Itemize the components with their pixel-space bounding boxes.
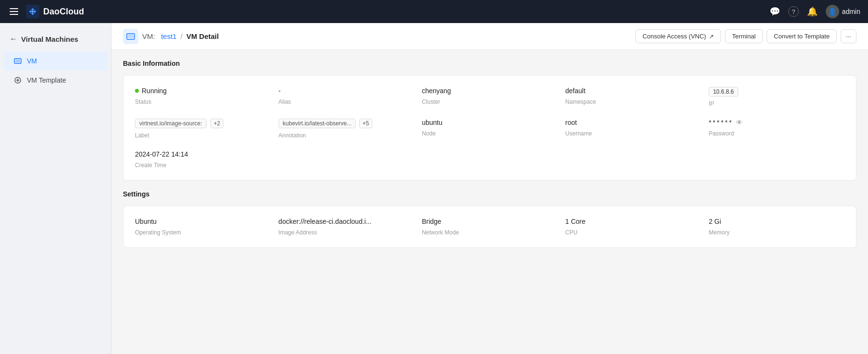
cluster-value: chenyang	[422, 87, 558, 95]
username-value: root	[565, 119, 701, 126]
create-time-field: 2024-07-22 14:14 Create Time	[135, 150, 844, 169]
basic-information-title: Basic Information	[123, 60, 856, 67]
cluster-field: chenyang Cluster	[422, 87, 558, 107]
status-text: Running	[142, 87, 167, 95]
node-label: Node	[422, 130, 558, 137]
namespace-label: Namespace	[565, 98, 701, 105]
create-time-value: 2024-07-22 14:14	[135, 150, 844, 158]
menu-button[interactable]	[8, 6, 20, 17]
terminal-button[interactable]: Terminal	[725, 29, 763, 43]
external-link-icon: ↗	[709, 33, 714, 40]
help-icon[interactable]: ?	[788, 6, 799, 17]
convert-to-template-label: Convert to Template	[774, 33, 830, 40]
username-label: admin	[842, 8, 860, 15]
main-content: VM: test1 / VM Detail Console Access (VN…	[111, 23, 868, 354]
console-access-label: Console Access (VNC)	[643, 33, 706, 40]
breadcrumb-vm-prefix: VM:	[142, 32, 155, 40]
breadcrumb-vm-name[interactable]: test1	[161, 32, 177, 40]
image-address-value: docker://release-ci.daocloud.i...	[279, 218, 415, 225]
alias-field: - Alias	[279, 87, 415, 107]
console-access-button[interactable]: Console Access (VNC) ↗	[636, 29, 721, 43]
basic-info-row3: 2024-07-22 14:14 Create Time	[135, 150, 844, 169]
alias-value: -	[279, 87, 415, 95]
basic-info-row1: Running Status - Alias chenyang Cluster …	[135, 87, 844, 107]
logo: DaoCloud	[26, 5, 84, 18]
settings-title: Settings	[123, 190, 856, 198]
network-mode-field: Bridge Network Mode	[422, 218, 558, 236]
annotation-tag: kubevirt.io/latest-observe...	[279, 119, 355, 128]
memory-field: 2 Gi Memory	[709, 218, 844, 236]
sidebar-item-vm[interactable]: VM	[4, 52, 107, 70]
alias-label: Alias	[279, 98, 415, 105]
basic-information-card: Running Status - Alias chenyang Cluster …	[123, 75, 856, 181]
status-value: Running	[135, 87, 271, 95]
breadcrumb-current: VM Detail	[186, 32, 219, 40]
more-actions-button[interactable]: ···	[841, 29, 856, 43]
sidebar-back-label: Virtual Machines	[21, 35, 78, 43]
vm-icon	[13, 57, 22, 65]
ip-value: 10.6.8.6	[709, 87, 844, 97]
ip-badge: 10.6.8.6	[709, 87, 738, 97]
cpu-value: 1 Core	[565, 218, 701, 225]
network-mode-value: Bridge	[422, 218, 558, 225]
basic-information-section: Basic Information Running Status - Alias	[111, 50, 868, 190]
vm-template-icon	[13, 76, 22, 85]
annotation-label: Annotation	[279, 132, 415, 139]
label-value: virtnest.io/image-source: +2	[135, 119, 271, 128]
back-arrow-icon: ←	[10, 35, 17, 43]
convert-to-template-button[interactable]: Convert to Template	[767, 29, 837, 43]
image-address-label: Image Address	[279, 229, 415, 236]
breadcrumb-separator: /	[181, 32, 183, 40]
back-button[interactable]: ← Virtual Machines	[0, 31, 111, 51]
bell-icon[interactable]: 🔔	[807, 6, 818, 17]
username-field: root Username	[565, 119, 701, 139]
status-dot-icon	[135, 89, 139, 93]
settings-card: Ubuntu Operating System docker://release…	[123, 206, 856, 248]
user-menu[interactable]: 👤 admin	[826, 5, 860, 18]
breadcrumb-prefix: VM: test1	[142, 32, 177, 40]
topnav: DaoCloud 💬 ? 🔔 👤 admin	[0, 0, 868, 23]
breadcrumb: VM: test1 / VM Detail	[123, 29, 219, 44]
sidebar-item-vm-template-label: VM Template	[27, 76, 66, 84]
password-value: ****** 👁	[709, 119, 844, 126]
terminal-label: Terminal	[732, 33, 756, 40]
settings-section: Settings Ubuntu Operating System docker:…	[111, 190, 868, 257]
cluster-label: Cluster	[422, 98, 558, 105]
basic-info-row2: virtnest.io/image-source: +2 Label kubev…	[135, 119, 844, 139]
create-time-label: Create Time	[135, 162, 844, 169]
annotation-value: kubevirt.io/latest-observe... +5	[279, 119, 415, 128]
os-value: Ubuntu	[135, 218, 271, 225]
header-actions: Console Access (VNC) ↗ Terminal Convert …	[636, 29, 856, 43]
svg-rect-2	[15, 60, 20, 62]
annotation-field: kubevirt.io/latest-observe... +5 Annotat…	[279, 119, 415, 139]
memory-value: 2 Gi	[709, 218, 844, 225]
os-field: Ubuntu Operating System	[135, 218, 271, 236]
memory-label: Memory	[709, 229, 844, 236]
label-tag-count[interactable]: +2	[210, 119, 224, 128]
node-value: ubuntu	[422, 119, 558, 126]
os-label: Operating System	[135, 229, 271, 236]
namespace-value: default	[565, 87, 701, 95]
sidebar: ← Virtual Machines VM VM Template	[0, 23, 111, 354]
logo-text: DaoCloud	[43, 7, 84, 17]
annotation-tag-count[interactable]: +5	[359, 119, 373, 128]
label-field: virtnest.io/image-source: +2 Label	[135, 119, 271, 139]
sidebar-item-vm-template[interactable]: VM Template	[4, 71, 107, 89]
status-field: Running Status	[135, 87, 271, 107]
node-field: ubuntu Node	[422, 119, 558, 139]
username-label: Username	[565, 130, 701, 137]
password-mask: ******	[709, 119, 733, 126]
label-tag: virtnest.io/image-source:	[135, 119, 207, 128]
network-mode-label: Network Mode	[422, 229, 558, 236]
more-icon: ···	[846, 33, 851, 40]
ip-field: 10.6.8.6 IP	[709, 87, 844, 107]
password-field: ****** 👁 Password	[709, 119, 844, 139]
password-label: Password	[709, 130, 844, 137]
status-label: Status	[135, 98, 271, 105]
cpu-label: CPU	[565, 229, 701, 236]
chat-icon[interactable]: 💬	[769, 6, 781, 17]
label-label: Label	[135, 132, 271, 139]
eye-icon[interactable]: 👁	[736, 119, 743, 126]
svg-rect-5	[128, 35, 134, 38]
settings-grid: Ubuntu Operating System docker://release…	[135, 218, 844, 236]
